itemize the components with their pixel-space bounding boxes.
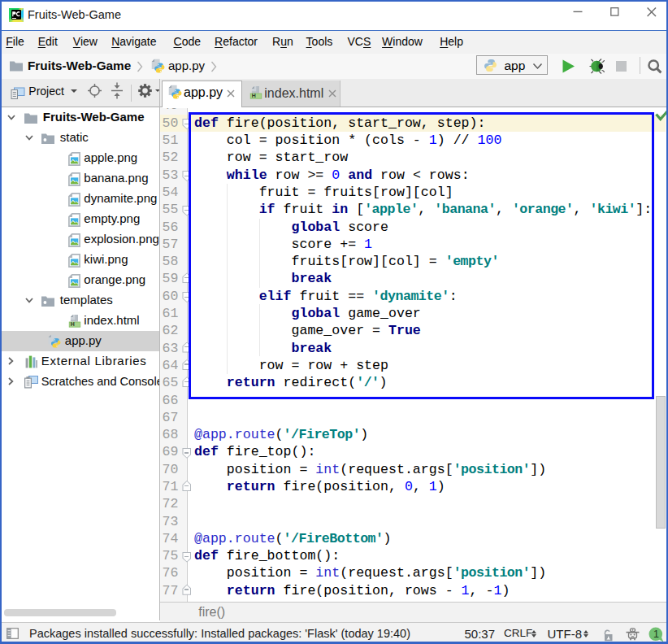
svg-text:H: H bbox=[71, 321, 75, 327]
svg-text:1: 1 bbox=[653, 629, 659, 640]
svg-text:H: H bbox=[252, 93, 256, 98]
